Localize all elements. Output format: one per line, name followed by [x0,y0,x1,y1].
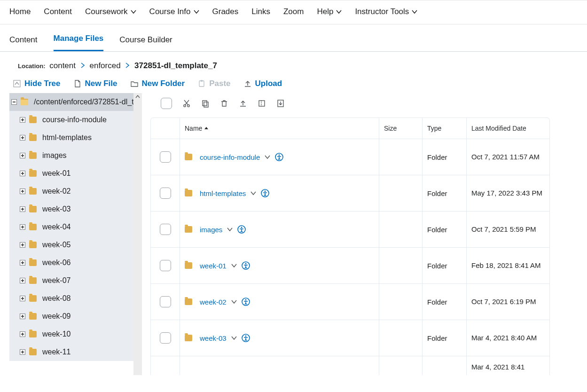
table-row: week-02 Folder Oct 7, 2021 6:19 PM [151,284,549,320]
folder-icon [29,331,37,337]
nav-coursework[interactable]: Coursework [85,7,136,16]
tree-item[interactable]: week-02 [9,182,133,200]
cell-modified: May 17, 2022 3:43 PM [467,175,549,211]
tree-item[interactable]: week-06 [9,254,133,272]
collapse-icon[interactable] [11,99,17,105]
nav-links[interactable]: Links [251,7,270,16]
folder-link[interactable]: week-01 [200,262,227,270]
tree-item[interactable]: week-01 [9,165,133,182]
nav-grades[interactable]: Grades [212,7,239,16]
tree-item[interactable]: week-07 [9,272,133,290]
nav-instructor-tools[interactable]: Instructor Tools [355,7,417,16]
col-type[interactable]: Type [423,118,467,139]
row-checkbox[interactable] [160,332,171,344]
folder-link[interactable]: week-03 [200,334,227,342]
expand-icon[interactable] [20,171,25,176]
folder-link[interactable]: html-templates [200,189,246,197]
tree-root[interactable]: /content/enforced/372851-dl_template_7 [9,93,133,111]
svg-point-16 [245,263,246,265]
upload-icon[interactable] [239,99,247,108]
new-folder-button[interactable]: New Folder [131,79,185,88]
accessibility-icon[interactable] [242,261,250,270]
row-checkbox[interactable] [160,151,171,163]
tree-item[interactable]: week-10 [9,325,133,343]
expand-icon[interactable] [20,153,25,158]
upload-button[interactable]: Upload [244,79,282,88]
folder-icon [185,335,192,341]
folder-icon [29,170,37,177]
accessibility-icon[interactable] [242,298,250,306]
breadcrumb-part[interactable]: enforced [89,61,120,70]
tab-content[interactable]: Content [9,35,38,51]
folder-icon [185,190,192,196]
accessibility-icon[interactable] [237,225,246,234]
delete-icon[interactable] [220,99,228,108]
expand-icon[interactable] [20,314,25,319]
tree-item[interactable]: week-05 [9,236,133,254]
svg-point-3 [184,105,186,107]
expand-icon[interactable] [20,278,25,283]
tab-manage-files[interactable]: Manage Files [54,34,104,51]
row-menu-icon[interactable] [231,263,237,268]
expand-icon[interactable] [20,242,25,248]
cut-icon[interactable] [182,99,191,108]
nav-content[interactable]: Content [44,7,72,16]
download-icon[interactable] [276,99,285,108]
tree-item[interactable]: course-info-module [9,111,133,129]
tree-root-label: /content/enforced/372851-dl_template_7 [34,98,133,106]
tab-course-builder[interactable]: Course Builder [119,35,172,51]
folder-icon [29,188,37,195]
new-file-icon [74,80,81,87]
cell-size [379,248,423,283]
select-all-checkbox[interactable] [161,98,172,109]
row-menu-icon[interactable] [227,227,233,232]
nav-home[interactable]: Home [9,7,31,16]
tree-scrollbar[interactable] [133,93,142,375]
row-checkbox[interactable] [160,224,171,235]
tree-item[interactable]: images [9,147,133,165]
expand-icon[interactable] [20,224,25,230]
expand-icon[interactable] [20,296,25,301]
nav-course-info[interactable]: Course Info [149,7,199,16]
expand-icon[interactable] [20,260,25,266]
expand-icon[interactable] [20,135,25,141]
tree-item[interactable]: week-11 [9,343,133,361]
scroll-up-icon[interactable] [133,93,142,101]
accessibility-icon[interactable] [275,153,283,161]
tree-item[interactable]: week-04 [9,218,133,236]
accessibility-icon[interactable] [242,334,250,342]
expand-icon[interactable] [20,188,25,194]
new-file-button[interactable]: New File [74,79,117,88]
row-menu-icon[interactable] [250,190,256,196]
nav-zoom[interactable]: Zoom [283,7,304,16]
accessibility-icon[interactable] [261,189,269,197]
tree-item[interactable]: week-08 [9,290,133,307]
breadcrumb-part[interactable]: content [49,61,76,70]
nav-help[interactable]: Help [317,7,342,16]
hide-tree-button[interactable]: Hide Tree [13,79,61,88]
expand-icon[interactable] [20,117,25,123]
cell-modified: Oct 7, 2021 5:59 PM [467,212,549,247]
col-size[interactable]: Size [379,118,423,139]
col-modified[interactable]: Last Modified Date [467,118,549,139]
tree-item[interactable]: week-09 [9,307,133,325]
expand-icon[interactable] [20,206,25,212]
row-menu-icon[interactable] [265,154,270,160]
tree-item[interactable]: week-03 [9,200,133,218]
row-checkbox[interactable] [160,296,171,307]
row-checkbox[interactable] [160,188,171,199]
tree-item[interactable]: html-templates [9,129,133,147]
col-name[interactable]: Name [180,118,379,139]
folder-icon [29,152,37,159]
folder-link[interactable]: course-info-module [200,153,260,161]
row-checkbox[interactable] [160,260,171,271]
row-menu-icon[interactable] [231,299,237,305]
expand-icon[interactable] [20,349,25,355]
collapse-icon [13,80,21,87]
folder-link[interactable]: week-02 [200,298,227,306]
folder-link[interactable]: images [200,226,222,234]
row-menu-icon[interactable] [231,335,237,341]
copy-icon[interactable] [201,99,210,108]
zip-icon[interactable] [258,99,266,108]
expand-icon[interactable] [20,331,25,337]
